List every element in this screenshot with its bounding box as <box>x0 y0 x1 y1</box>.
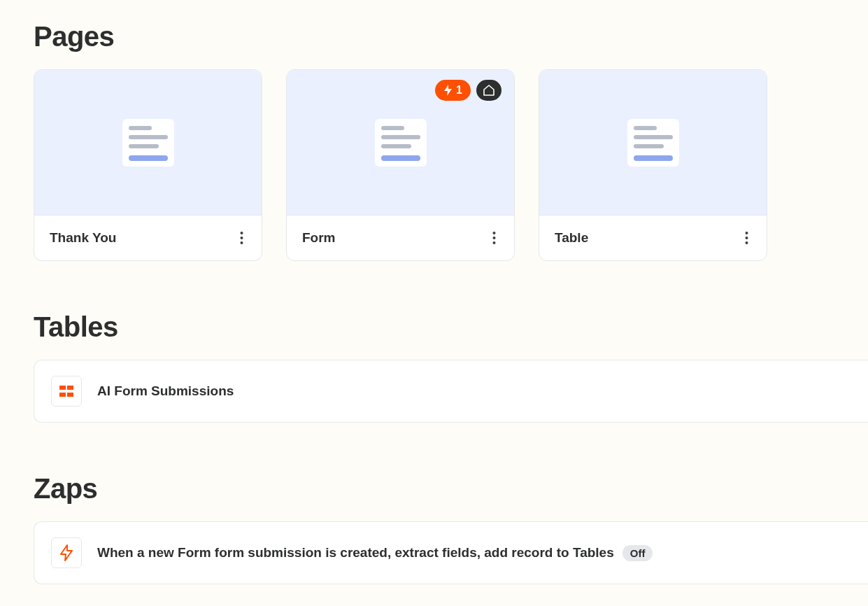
more-options-button[interactable] <box>490 228 499 248</box>
svg-point-5 <box>493 241 496 244</box>
svg-rect-10 <box>67 386 73 390</box>
page-title: Table <box>555 230 588 246</box>
table-title: AI Form Submissions <box>97 383 234 399</box>
more-vertical-icon <box>492 231 496 245</box>
page-footer: Table <box>539 216 767 260</box>
page-card-table[interactable]: Table <box>539 69 767 261</box>
lightning-icon <box>443 85 453 96</box>
zaps-heading: Zaps <box>34 473 868 505</box>
zap-icon <box>51 537 82 568</box>
svg-point-2 <box>241 241 243 244</box>
page-card-form[interactable]: 1 Form <box>286 69 515 261</box>
more-vertical-icon <box>240 231 243 245</box>
status-badge: Off <box>622 545 653 561</box>
page-title: Thank You <box>50 230 116 246</box>
zap-content: When a new Form form submission is creat… <box>97 545 653 561</box>
more-vertical-icon <box>745 231 748 245</box>
zap-count-badge: 1 <box>435 80 471 101</box>
document-icon <box>122 119 174 167</box>
tables-app-icon <box>51 376 82 407</box>
table-row[interactable]: AI Form Submissions <box>34 360 868 423</box>
page-footer: Form <box>287 216 514 260</box>
badge-count-value: 1 <box>456 84 462 97</box>
svg-point-4 <box>493 237 496 239</box>
page-preview: 1 <box>287 70 514 216</box>
document-icon <box>375 119 427 167</box>
zap-title: When a new Form form submission is creat… <box>97 545 614 561</box>
document-icon <box>627 119 679 167</box>
pages-grid: Thank You 1 <box>34 69 868 261</box>
page-card-thank-you[interactable]: Thank You <box>34 69 262 261</box>
page-preview <box>34 70 262 216</box>
svg-point-7 <box>746 237 748 239</box>
svg-rect-12 <box>67 393 73 397</box>
tables-heading: Tables <box>34 311 868 343</box>
svg-point-1 <box>241 237 243 239</box>
page-title: Form <box>302 230 336 246</box>
pages-heading: Pages <box>34 21 868 52</box>
svg-point-8 <box>746 241 748 244</box>
home-icon <box>483 85 495 96</box>
page-footer: Thank You <box>34 216 262 260</box>
home-badge <box>476 80 501 101</box>
zap-row[interactable]: When a new Form form submission is creat… <box>34 521 868 584</box>
lightning-icon <box>59 544 73 561</box>
page-preview <box>539 70 767 216</box>
page-badges: 1 <box>435 80 501 101</box>
svg-point-3 <box>493 232 496 234</box>
svg-rect-9 <box>59 386 66 390</box>
svg-point-6 <box>746 232 748 234</box>
more-options-button[interactable] <box>742 228 751 248</box>
more-options-button[interactable] <box>237 228 246 248</box>
svg-rect-11 <box>59 393 66 397</box>
svg-point-0 <box>241 232 243 234</box>
